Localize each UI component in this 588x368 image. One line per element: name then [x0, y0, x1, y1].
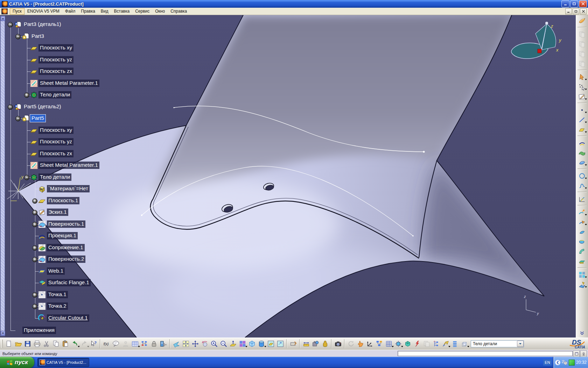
tree-item-label[interactable]: Плоскость xy [38, 127, 74, 134]
tree-item-label[interactable]: Проекция.1 [47, 232, 78, 239]
iso-view-button[interactable] [247, 339, 257, 349]
product-structure-button[interactable] [140, 339, 149, 349]
tree-item-label[interactable]: Плоскость yz [38, 56, 74, 63]
rotate-button[interactable] [200, 339, 209, 349]
paste-button[interactable] [61, 339, 70, 349]
tree-expander-minus[interactable]: − [8, 22, 13, 27]
taskbar-task-catia[interactable]: CATIA V5 - [Product2... [37, 358, 89, 367]
tree-item-label[interactable]: Поверхность.2 [47, 255, 85, 263]
copy-button[interactable] [51, 339, 61, 349]
projection-button[interactable] [578, 138, 587, 148]
restore-button[interactable] [570, 0, 578, 7]
tree-item-label[interactable]: Точка.2 [47, 302, 68, 310]
tree-item-label[interactable]: Sheet Metal Parameter.1 [38, 80, 99, 87]
tree-item-label[interactable]: Плоскость zx [38, 150, 74, 157]
flatten-button[interactable] [578, 257, 587, 266]
tree-item-label[interactable]: Плоскость.1 [47, 197, 79, 204]
tree-expander-minus[interactable]: − [15, 34, 21, 39]
comment-button[interactable] [112, 339, 121, 349]
menu-item[interactable]: Файл [62, 8, 78, 15]
tree-item-label[interactable]: Part5 (деталь2) [22, 103, 63, 110]
status-tray-icon[interactable] [569, 360, 575, 366]
tree-item-label[interactable]: Сопряжение.1 [47, 244, 85, 251]
extract-body-button[interactable] [403, 339, 412, 349]
tree-expander-plus[interactable]: + [32, 257, 37, 262]
surfaces-workbench-button[interactable] [578, 16, 587, 26]
work-on-support-button[interactable] [384, 339, 393, 349]
menu-item[interactable]: Вид [98, 8, 111, 15]
tree-item-label[interactable]: Web.1 [47, 267, 65, 275]
sketcher-button[interactable] [578, 92, 587, 101]
annotation-button[interactable] [578, 280, 587, 289]
tree-item-label[interactable]: Тело детали [38, 91, 71, 98]
menu-item[interactable]: Окно [152, 8, 168, 15]
tree-expander-plus[interactable]: + [32, 292, 37, 298]
mdi-close-button[interactable] [580, 8, 587, 14]
search-button[interactable] [441, 339, 450, 349]
split-button[interactable] [578, 217, 587, 227]
catalog-browser-button[interactable] [375, 339, 384, 349]
mdi-restore-button[interactable] [573, 8, 579, 14]
lock-button[interactable] [149, 339, 159, 349]
fly-mode-button[interactable] [172, 339, 181, 349]
tree-expander-plus[interactable]: + [32, 245, 37, 251]
design-table-button[interactable] [131, 339, 140, 349]
tree-expander-minus[interactable]: − [24, 175, 29, 180]
tree-filter-button[interactable] [432, 339, 441, 349]
select-button[interactable] [578, 72, 587, 82]
pan-button[interactable] [191, 339, 200, 349]
line-button[interactable] [578, 115, 587, 124]
save-button[interactable] [23, 339, 32, 349]
pattern-button[interactable] [578, 270, 587, 279]
tree-item-label[interactable]: Surfacic Flange.1 [47, 279, 91, 286]
menu-item[interactable]: Вставка [111, 8, 133, 15]
tree-item-label[interactable]: Тело детали [38, 173, 71, 181]
tree-item-label[interactable]: Плоскость zx [38, 68, 74, 75]
image-capture-button[interactable] [334, 339, 343, 349]
menu-item[interactable]: Правка [78, 8, 98, 15]
zoom-in-button[interactable] [210, 339, 219, 349]
combo-dropdown-button[interactable] [517, 341, 524, 347]
normal-view-button[interactable] [229, 339, 238, 349]
body-selector-combo[interactable]: Тело детали [471, 340, 524, 347]
point-button[interactable] [578, 105, 587, 115]
render-style-button[interactable] [257, 339, 266, 349]
clash-button[interactable] [413, 339, 422, 349]
revolve-button[interactable] [578, 158, 587, 167]
language-indicator[interactable]: EN [543, 359, 552, 366]
sketch-plane-button[interactable] [266, 339, 275, 349]
tree-expander-plus[interactable]: + [32, 304, 37, 309]
tree-expander-plus[interactable]: + [24, 93, 29, 98]
more-toolbars-button[interactable] [578, 328, 587, 338]
minimize-button[interactable] [561, 0, 569, 7]
law-button[interactable] [578, 194, 587, 204]
zoom-out-button[interactable] [219, 339, 228, 349]
toolbar-handle[interactable] [1, 340, 4, 348]
tree-item-label[interactable]: Поверхность.1 [47, 220, 85, 228]
measure-between-button[interactable] [302, 339, 311, 349]
multi-view-button[interactable] [238, 339, 247, 349]
extrapolate-button[interactable] [578, 207, 587, 217]
mdi-minimize-button[interactable] [565, 8, 572, 14]
fillet-surface-button[interactable] [578, 247, 587, 256]
tree-item-label[interactable]: Точка.1 [47, 291, 68, 298]
cut-button[interactable] [42, 339, 51, 349]
edit-list-button[interactable] [450, 339, 460, 349]
tree-item-label[interactable]: Part3 (деталь1) [22, 21, 63, 28]
menu-item[interactable]: ENOVIA V5 VPM [24, 8, 62, 15]
quick-print-button[interactable] [289, 339, 298, 349]
axis-system-button[interactable] [365, 339, 374, 349]
power-input[interactable] [398, 351, 573, 356]
circle-button[interactable] [578, 171, 587, 180]
new-file-button[interactable] [4, 339, 13, 349]
blend-surface-button[interactable] [578, 237, 587, 246]
undo-button[interactable] [70, 339, 79, 349]
tray-chevron-icon[interactable]: ❮ [555, 360, 560, 365]
tree-item-label[interactable]: Circular Cutout.1 [47, 314, 89, 322]
menu-item[interactable]: Сервис [132, 8, 152, 15]
hide-show-button[interactable] [276, 339, 285, 349]
plane-button[interactable] [578, 125, 587, 134]
viewport-3d[interactable]: y z y z y x ▲ ▼ −Part3 (деталь1)−Part3Пл… [0, 15, 576, 338]
scheduler-tray-icon[interactable] [561, 360, 568, 365]
multi-select-button[interactable] [578, 82, 587, 91]
